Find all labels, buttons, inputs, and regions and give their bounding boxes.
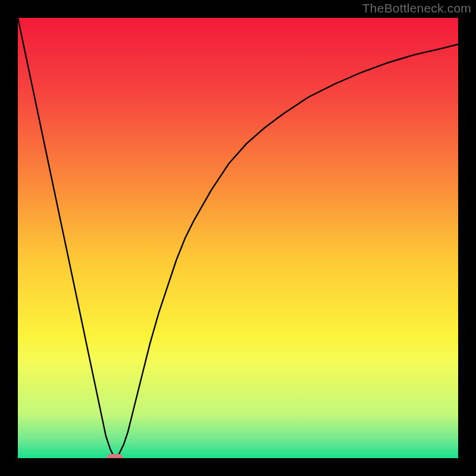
watermark-text: TheBottleneck.com bbox=[362, 1, 471, 15]
chart-frame: TheBottleneck.com bbox=[0, 0, 476, 476]
svg-rect-0 bbox=[18, 18, 458, 458]
gradient-background bbox=[18, 18, 458, 458]
bottleneck-marker bbox=[107, 454, 123, 458]
plot-area bbox=[18, 18, 458, 458]
